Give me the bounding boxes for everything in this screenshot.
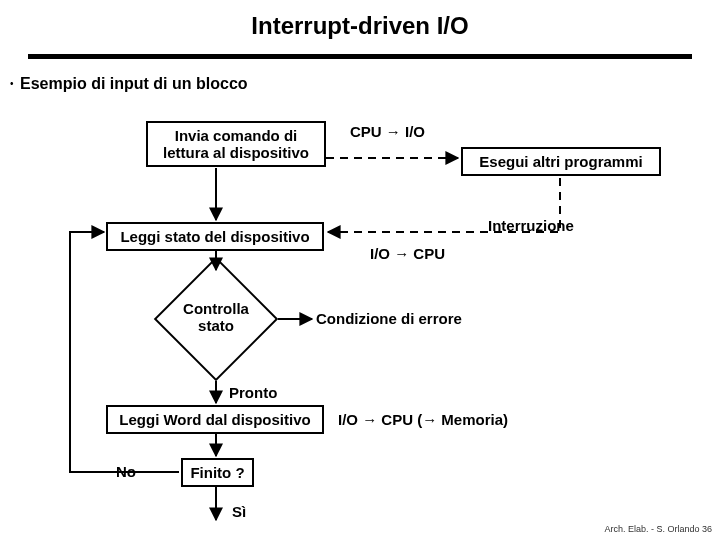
box-send-command: Invia comando di lettura al dispositivo bbox=[146, 121, 326, 167]
label-memory: I/O → CPU (→ Memoria) bbox=[338, 411, 508, 428]
label-interrupt: Interruzione bbox=[488, 217, 574, 234]
label-ready: Pronto bbox=[229, 384, 277, 401]
label-error-cond: Condizione di errore bbox=[316, 310, 462, 327]
footer: Arch. Elab. - S. Orlando 36 bbox=[604, 524, 712, 534]
box1-line2: lettura al dispositivo bbox=[163, 144, 309, 161]
divider bbox=[28, 54, 692, 59]
diamond-text: Controlla stato bbox=[172, 300, 260, 334]
bullet: • bbox=[10, 78, 14, 89]
box-read-word: Leggi Word dal dispositivo bbox=[106, 405, 324, 434]
page-title: Interrupt-driven I/O bbox=[0, 0, 720, 40]
diamond-l2: stato bbox=[172, 317, 260, 334]
label-yes: Sì bbox=[232, 503, 246, 520]
box-finished: Finito ? bbox=[181, 458, 254, 487]
diamond-l1: Controlla bbox=[172, 300, 260, 317]
subtitle: Esempio di input di un blocco bbox=[20, 75, 248, 93]
box-read-status: Leggi stato del dispositivo bbox=[106, 222, 324, 251]
box1-line1: Invia comando di bbox=[175, 127, 298, 144]
label-io-cpu: I/O → CPU bbox=[370, 245, 445, 262]
label-no: No bbox=[116, 463, 136, 480]
box-exec-other: Esegui altri programmi bbox=[461, 147, 661, 176]
label-cpu-io: CPU → I/O bbox=[350, 123, 425, 140]
